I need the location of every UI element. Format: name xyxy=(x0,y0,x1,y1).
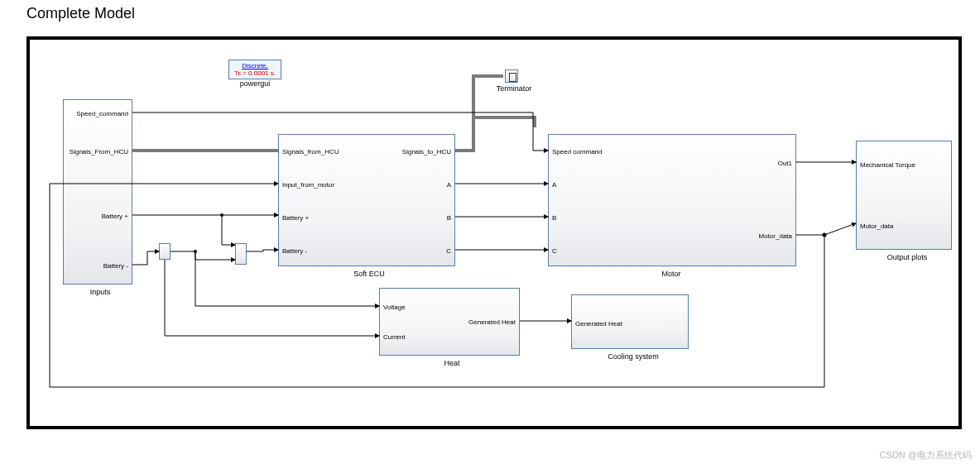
port-label: Battery - xyxy=(103,262,128,270)
svg-point-1 xyxy=(194,250,197,253)
outputs-label: Output plots xyxy=(882,253,932,261)
outputs-block[interactable]: Mechanical Torque Motor_data xyxy=(856,141,952,250)
port-label: Generated Heat xyxy=(468,318,516,326)
port-label: C xyxy=(446,247,451,255)
port-label: Battery + xyxy=(282,214,309,222)
port-label: Generated Heat xyxy=(575,320,622,328)
terminator-label: Terminator xyxy=(493,84,535,93)
model-canvas[interactable]: Discrete, Ts = 0.0001 s. powergui Termin… xyxy=(26,36,962,429)
powergui-line1: Discrete, xyxy=(233,62,277,69)
port-label: Input_from_motor xyxy=(282,181,334,189)
port-label: A xyxy=(552,181,556,189)
port-label: Motor_data xyxy=(759,232,792,240)
port-label: C xyxy=(552,247,557,255)
cooling-label: Cooling system xyxy=(604,352,662,361)
powergui-label: powergui xyxy=(237,79,273,88)
port-label: Motor_data xyxy=(860,222,893,230)
cooling-block[interactable]: Generated Heat xyxy=(571,294,689,349)
port-label: Signals_to_HCU xyxy=(402,148,451,155)
port-label: A xyxy=(447,181,451,189)
svg-point-2 xyxy=(823,233,827,237)
port-label: Speed command xyxy=(552,148,602,155)
powergui-block[interactable]: Discrete, Ts = 0.0001 s. xyxy=(228,60,281,79)
port-label: Signals_From_HCU xyxy=(70,148,128,155)
port-label: Battery + xyxy=(102,213,128,220)
motor-label: Motor xyxy=(659,270,684,278)
heat-block[interactable]: Voltage Current Generated Heat xyxy=(379,288,520,356)
heat-label: Heat xyxy=(440,359,464,367)
softecu-block[interactable]: Signals_from_HCU Input_from_motor Batter… xyxy=(278,134,455,266)
inputs-label: Inputs xyxy=(88,288,113,296)
port-label: Voltage xyxy=(383,304,406,311)
watermark: CSDN @电力系统代码 xyxy=(880,449,972,462)
inputs-block[interactable]: Speed_command Signals_From_HCU Battery +… xyxy=(63,99,132,285)
softecu-label: Soft ECU xyxy=(348,270,390,278)
page-title: Complete Model xyxy=(26,5,135,22)
port-label: B xyxy=(552,214,556,222)
meas-block-1[interactable] xyxy=(159,243,171,260)
port-label: Current xyxy=(383,333,406,341)
port-label: Speed_command xyxy=(76,110,128,117)
port-label: Signals_from_HCU xyxy=(282,148,339,155)
powergui-line2: Ts = 0.0001 s. xyxy=(233,69,277,77)
terminator-block[interactable] xyxy=(505,69,518,83)
svg-point-0 xyxy=(220,213,223,217)
meas-block-2[interactable] xyxy=(235,243,247,265)
port-label: Out1 xyxy=(778,160,792,167)
port-label: B xyxy=(447,214,451,222)
port-label: Battery - xyxy=(282,247,307,255)
port-label: Mechanical Torque xyxy=(860,161,915,169)
motor-block[interactable]: Speed command A B C Out1 Motor_data xyxy=(548,134,796,266)
